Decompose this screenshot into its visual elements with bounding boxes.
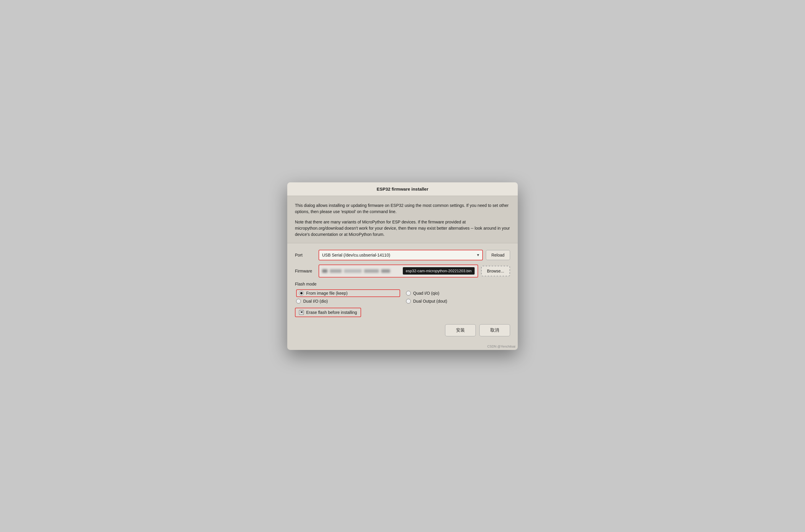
flash-mode-section: Flash mode From image file (keep) Quad I… bbox=[295, 282, 510, 304]
port-row: Port USB Serial (/dev/cu.usbserial-14110… bbox=[295, 250, 510, 260]
cancel-button[interactable]: 取消 bbox=[479, 324, 510, 336]
flash-mode-keep-label: From image file (keep) bbox=[306, 291, 347, 296]
erase-flash-checkbox-item[interactable]: ✕ Erase flash before installing bbox=[295, 308, 361, 317]
info-paragraph-2: Note that there are many variants of Mic… bbox=[295, 219, 510, 238]
flash-mode-dout-label: Dual Output (dout) bbox=[413, 299, 447, 304]
radio-qio-circle bbox=[406, 291, 411, 296]
flash-mode-qio-label: Quad I/O (qio) bbox=[413, 291, 439, 296]
flash-mode-qio[interactable]: Quad I/O (qio) bbox=[406, 289, 510, 297]
info-section: This dialog allows installing or updatin… bbox=[287, 196, 518, 243]
dialog-window: ESP32 firmware installer This dialog all… bbox=[287, 182, 518, 350]
firmware-path-blur bbox=[322, 269, 403, 273]
flash-mode-dio-label: Dual I/O (dio) bbox=[303, 299, 328, 304]
flash-mode-dio[interactable]: Dual I/O (dio) bbox=[296, 299, 400, 304]
port-select[interactable]: USB Serial (/dev/cu.usbserial-14110) bbox=[319, 250, 482, 260]
radio-dout-circle bbox=[406, 299, 411, 304]
flash-mode-label: Flash mode bbox=[295, 282, 510, 286]
reload-button[interactable]: Reload bbox=[486, 250, 510, 260]
port-label: Port bbox=[295, 253, 319, 258]
firmware-path-wrap: esp32-cam-micropython-20221203.bin bbox=[319, 265, 478, 278]
flash-mode-dout[interactable]: Dual Output (dout) bbox=[406, 299, 510, 304]
blur-block-4 bbox=[364, 269, 379, 273]
radio-dio-circle bbox=[296, 299, 301, 304]
erase-flash-section: ✕ Erase flash before installing bbox=[295, 308, 510, 317]
firmware-inner: esp32-cam-micropython-20221203.bin bbox=[319, 265, 478, 277]
watermark: CSDN @Yenchitsai bbox=[287, 343, 518, 350]
blur-block-2 bbox=[330, 269, 342, 273]
erase-flash-checkbox[interactable]: ✕ bbox=[299, 310, 304, 315]
flash-mode-radio-grid: From image file (keep) Quad I/O (qio) Du… bbox=[296, 289, 510, 304]
firmware-label: Firmware bbox=[295, 269, 319, 273]
dialog-title: ESP32 firmware installer bbox=[377, 187, 428, 191]
bottom-buttons: 安装 取消 bbox=[295, 324, 510, 338]
firmware-row: Firmware esp32-cam-micropython-20221203.… bbox=[295, 265, 510, 278]
install-button[interactable]: 安装 bbox=[445, 324, 476, 336]
port-select-wrap: USB Serial (/dev/cu.usbserial-14110) ▼ bbox=[319, 250, 483, 260]
firmware-filename-badge: esp32-cam-micropython-20221203.bin bbox=[403, 267, 475, 274]
browse-button[interactable]: Browse... bbox=[481, 266, 510, 276]
content-section: Port USB Serial (/dev/cu.usbserial-14110… bbox=[287, 243, 518, 343]
blur-block-1 bbox=[322, 269, 327, 273]
info-paragraph-1: This dialog allows installing or updatin… bbox=[295, 203, 510, 215]
blur-block-3 bbox=[344, 269, 362, 273]
blur-block-5 bbox=[381, 269, 390, 273]
title-bar: ESP32 firmware installer bbox=[287, 182, 518, 196]
radio-keep-circle bbox=[299, 291, 304, 296]
flash-mode-keep[interactable]: From image file (keep) bbox=[296, 289, 400, 297]
erase-flash-label: Erase flash before installing bbox=[306, 310, 357, 315]
